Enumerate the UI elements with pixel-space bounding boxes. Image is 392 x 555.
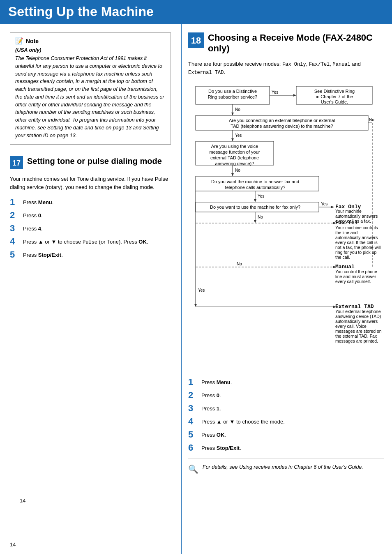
note-body: The Telephone Consumer Protection Act of…	[15, 55, 165, 139]
svg-text:See Distinctive Ring: See Distinctive Ring	[314, 89, 355, 94]
section18-intro: There are four possible receive modes: F…	[188, 60, 384, 76]
svg-text:Yes: Yes	[235, 133, 242, 138]
svg-text:No: No	[237, 262, 242, 266]
svg-text:Yes: Yes	[258, 194, 264, 198]
svg-text:Do you want to use the machine: Do you want to use the machine for fax o…	[210, 205, 300, 210]
svg-text:automatically answers: automatically answers	[335, 235, 378, 240]
step-18-2: 2 Press 0.	[188, 391, 384, 400]
step-18-4: 4 Press ▲ or ▼ to choose the mode.	[188, 417, 384, 426]
step-text-4: Press ▲ or ▼ to choose Pulse (or Tone). …	[23, 237, 148, 246]
svg-text:User's Guide.: User's Guide.	[321, 99, 348, 104]
svg-text:every call yourself.: every call yourself.	[335, 279, 371, 284]
svg-marker-11	[231, 113, 234, 115]
svg-text:the call.: the call.	[335, 255, 350, 260]
svg-text:the external TAD. Fax: the external TAD. Fax	[335, 334, 377, 339]
section17-number: 17	[10, 156, 23, 169]
svg-text:the line and: the line and	[335, 230, 357, 235]
step-17-5: 5 Press Stop/Exit.	[10, 250, 171, 259]
svg-text:telephone calls automatically?: telephone calls automatically?	[225, 185, 286, 190]
step-text-2: Press 0.	[23, 211, 43, 220]
step18-num-5: 5	[188, 430, 197, 439]
step-18-3: 3 Press 1.	[188, 404, 384, 413]
svg-text:not a fax, the phone will: not a fax, the phone will	[335, 245, 380, 250]
right-column: 18 Choosing a Receive Mode (FAX-2480C on…	[181, 24, 392, 554]
svg-text:Do you use a Distinctive: Do you use a Distinctive	[208, 89, 257, 94]
step18-text-3: Press 1.	[201, 404, 221, 413]
note-box: 📝 Note (USA only) The Telephone Consumer…	[10, 32, 171, 145]
svg-text:messages are printed.: messages are printed.	[335, 339, 378, 343]
step-num-2: 2	[10, 211, 19, 220]
flowchart-svg: Do you use a Distinctive Ring subscriber…	[188, 82, 384, 370]
tip-box: 🔍 For details, see Using receive modes i…	[188, 458, 384, 474]
step-text-3: Press 4.	[23, 224, 43, 233]
svg-text:Are you connecting an external: Are you connecting an external telephone…	[229, 118, 335, 123]
svg-marker-70	[194, 304, 197, 307]
svg-marker-17	[231, 138, 234, 141]
step-18-1: 1 Press Menu.	[188, 378, 384, 387]
svg-text:answering device)?: answering device)?	[215, 161, 254, 166]
svg-text:Your machine controls: Your machine controls	[335, 225, 378, 230]
svg-text:Ring subscriber service?: Ring subscriber service?	[208, 94, 257, 99]
tip-icon: 🔍	[188, 464, 198, 474]
svg-marker-39	[331, 206, 334, 208]
note-icon: 📝	[15, 37, 23, 45]
svg-text:Are you using the voice: Are you using the voice	[211, 144, 258, 149]
svg-text:ring for you to pick up: ring for you to pick up	[335, 250, 377, 255]
step-17-3: 3 Press 4.	[10, 224, 171, 233]
step-18-5: 5 Press OK.	[188, 430, 384, 439]
svg-marker-4	[293, 94, 296, 97]
step18-text-2: Press 0.	[201, 391, 221, 400]
svg-text:external TAD (telephone: external TAD (telephone	[210, 155, 259, 160]
section17-steps: 1 Press Menu. 2 Press 0. 3 Press 4. 4 Pr…	[10, 198, 171, 259]
step-text-5: Press Stop/Exit.	[23, 250, 63, 259]
svg-text:No: No	[235, 168, 240, 173]
svg-text:automatically answers: automatically answers	[335, 319, 378, 324]
step-num-1: 1	[10, 198, 19, 207]
note-title: 📝 Note	[15, 37, 165, 45]
step18-num-4: 4	[188, 417, 197, 426]
svg-text:Your machine: Your machine	[335, 209, 362, 214]
page-number-bottom: 14	[10, 541, 16, 548]
step18-text-6: Press Stop/Exit.	[201, 443, 241, 452]
step-17-1: 1 Press Menu.	[10, 198, 171, 207]
svg-text:No: No	[369, 117, 374, 122]
page-title: Setting Up the Machine	[8, 4, 384, 19]
step18-text-1: Press Menu.	[201, 378, 232, 387]
page-number: 14	[20, 497, 181, 504]
svg-text:You control the phone: You control the phone	[335, 269, 377, 274]
step-num-4: 4	[10, 237, 19, 246]
page-header: Setting Up the Machine	[0, 0, 392, 24]
tip-text: For details, see Using receive modes in …	[203, 463, 363, 471]
section18-header: 18 Choosing a Receive Mode (FAX-2480C on…	[188, 32, 384, 54]
svg-marker-28	[231, 173, 234, 176]
svg-text:automatically answers: automatically answers	[335, 214, 378, 219]
step-17-2: 2 Press 0.	[10, 211, 171, 220]
svg-text:Yes: Yes	[272, 90, 278, 94]
step-num-3: 3	[10, 224, 19, 233]
svg-text:every call. Voice: every call. Voice	[335, 324, 367, 329]
section18-title: Choosing a Receive Mode (FAX-2480C only)	[208, 32, 384, 54]
step-17-4: 4 Press ▲ or ▼ to choose Pulse (or Tone)…	[10, 237, 171, 246]
step-num-5: 5	[10, 250, 19, 259]
svg-text:Yes: Yes	[198, 288, 205, 292]
section18-number: 18	[188, 32, 204, 48]
section17-title: Setting tone or pulse dialing mode	[27, 156, 162, 166]
svg-text:messages are stored on: messages are stored on	[335, 329, 382, 334]
svg-text:message function of your: message function of your	[210, 150, 260, 154]
svg-text:line and must answer: line and must answer	[335, 274, 376, 279]
flowchart: Do you use a Distinctive Ring subscriber…	[188, 82, 384, 371]
section18-steps: 1 Press Menu. 2 Press 0. 3 Press 1. 4 Pr…	[188, 378, 384, 452]
note-subtitle: (USA only)	[15, 47, 165, 53]
left-column: 📝 Note (USA only) The Telephone Consumer…	[0, 24, 181, 554]
svg-text:No: No	[235, 107, 240, 112]
svg-text:every call. If the call is: every call. If the call is	[335, 240, 378, 245]
svg-text:Do you want the machine to ans: Do you want the machine to answer fax an…	[211, 179, 299, 184]
section17-header: 17 Setting tone or pulse dialing mode	[10, 156, 171, 169]
svg-text:answering device (TAD): answering device (TAD)	[335, 314, 381, 319]
step18-num-1: 1	[188, 378, 197, 387]
step18-num-3: 3	[188, 404, 197, 413]
svg-text:in Chapter 7 of the: in Chapter 7 of the	[316, 94, 353, 99]
step18-text-5: Press OK.	[201, 430, 226, 439]
svg-text:Yes: Yes	[321, 202, 327, 206]
svg-marker-46	[254, 220, 256, 223]
